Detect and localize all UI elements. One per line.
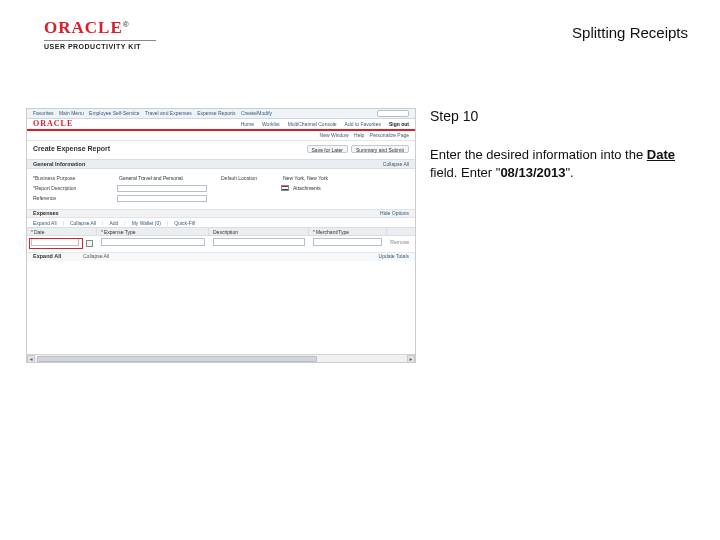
table-row: Remove (27, 236, 415, 248)
crumb[interactable]: Main Menu (59, 110, 84, 116)
link-personalize[interactable]: Personalize Page (370, 132, 409, 138)
reference-label: Reference (33, 195, 117, 201)
tab-favorites[interactable]: Add to Favorites (345, 121, 381, 127)
merchant-input[interactable] (313, 238, 383, 246)
business-purpose-value[interactable]: General Travel and Personal (117, 175, 183, 181)
crumb[interactable]: Favorites (33, 110, 54, 116)
nav-crumb-bar: Favorites Main Menu Employee Self-Servic… (27, 109, 415, 119)
search-input[interactable] (377, 110, 409, 117)
instruction-text: Enter the desired information into the D… (430, 146, 680, 181)
default-location-value: New York, New York (281, 175, 328, 181)
collapse-all-link[interactable]: Collapse All (70, 220, 96, 226)
horizontal-scrollbar[interactable]: ◄ ► (27, 354, 415, 362)
remove-icon[interactable]: Remove (390, 239, 409, 245)
section-general-label: General Information (33, 161, 85, 167)
tab-signout[interactable]: Sign out (389, 121, 409, 127)
crumb[interactable]: Travel and Expenses (145, 110, 192, 116)
expand-all-link[interactable]: Expand All (33, 220, 57, 226)
col-date: Date (34, 229, 45, 235)
tab-worklist[interactable]: Worklist (262, 121, 280, 127)
section-expenses-label: Expenses (33, 210, 59, 216)
summary-submit-button[interactable]: Summary and Submit (351, 145, 409, 153)
lower-expand-all[interactable]: Expand All (33, 253, 61, 259)
collapse-all-link[interactable]: Collapse All (383, 161, 409, 167)
app-logo: ORACLE (33, 119, 73, 128)
hide-options-link[interactable]: Hide Options (380, 210, 409, 216)
col-merchant: Merchant/Type (316, 229, 349, 235)
my-wallet-link[interactable]: My Wallet (0) (132, 220, 161, 226)
description-input[interactable] (213, 238, 305, 246)
crumb[interactable]: Expense Reports (197, 110, 235, 116)
quickfill-link[interactable]: Quick-Fill (174, 220, 195, 226)
add-link[interactable]: Add (109, 220, 118, 226)
lower-collapse-all[interactable]: Collapse All (83, 253, 109, 259)
brand-trademark: ® (123, 20, 129, 29)
link-help[interactable]: Help (354, 132, 364, 138)
scroll-right-icon[interactable]: ► (407, 355, 415, 363)
report-description-label: *Report Description (33, 185, 117, 191)
expense-type-input[interactable] (101, 238, 205, 246)
save-for-later-button[interactable]: Save for Later (307, 145, 348, 153)
update-totals-link[interactable]: Update Totals (379, 253, 409, 259)
page-title: Splitting Receipts (572, 24, 688, 41)
brand-bar: ORACLE Home Worklist MultiChannel Consol… (27, 119, 415, 131)
attachments-link[interactable]: Attachments (291, 185, 321, 191)
brand-logo: ORACLE (44, 18, 123, 37)
instruction-field-name: Date (647, 147, 675, 162)
instruction-value: 08/13/2013 (500, 165, 565, 180)
calendar-icon[interactable] (86, 240, 93, 247)
tab-mcc[interactable]: MultiChannel Console (288, 121, 337, 127)
scroll-left-icon[interactable]: ◄ (27, 355, 35, 363)
embedded-screenshot: Favorites Main Menu Employee Self-Servic… (26, 108, 416, 363)
flag-icon (281, 185, 289, 191)
col-expense-type: Expense Type (104, 229, 136, 235)
scroll-thumb[interactable] (37, 356, 317, 362)
expense-table-header: *Date *Expense Type Description *Merchan… (27, 227, 415, 236)
link-new-window[interactable]: New Window (320, 132, 349, 138)
sub-bar: New Window Help Personalize Page (27, 131, 415, 141)
col-description: Description (213, 229, 238, 235)
step-label: Step 10 (430, 108, 680, 124)
crumb[interactable]: Create/Modify (241, 110, 272, 116)
report-description-input[interactable] (117, 185, 207, 192)
crumb[interactable]: Employee Self-Service (89, 110, 140, 116)
default-location-label: Default Location (221, 175, 281, 181)
reference-input[interactable] (117, 195, 207, 202)
brand-block: ORACLE® USER PRODUCTIVITY KIT (44, 18, 156, 50)
date-field-highlight (29, 238, 83, 249)
form-heading: Create Expense Report (33, 145, 110, 152)
business-purpose-label: *Business Purpose (33, 175, 117, 181)
brand-subtitle: USER PRODUCTIVITY KIT (44, 40, 156, 50)
tab-home[interactable]: Home (241, 121, 254, 127)
